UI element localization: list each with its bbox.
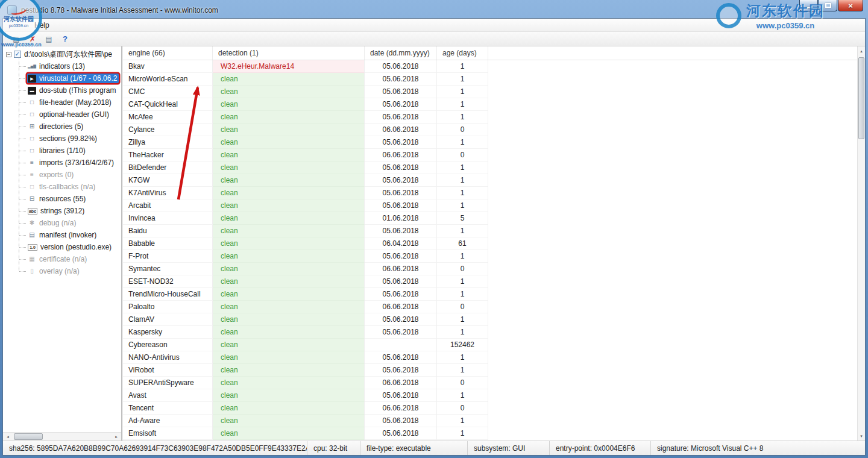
- tree-horizontal-scrollbar[interactable]: ◂ ▸: [3, 432, 121, 441]
- age-cell: 1: [437, 415, 488, 427]
- detection-cell: clean: [213, 174, 365, 187]
- table-row[interactable]: CMC clean 05.06.2018 1: [123, 86, 857, 98]
- tree-item[interactable]: ▯ overlay (n/a): [3, 265, 121, 277]
- table-row[interactable]: Cybereason clean 152462: [123, 339, 857, 351]
- table-row[interactable]: Paloalto clean 06.06.2018 0: [123, 301, 857, 313]
- tree-root-item[interactable]: − ✓ d:\tools\桌面\河东软件园\pe: [3, 48, 121, 60]
- tree-item[interactable]: ≡ imports (373/16/4/2/67): [3, 157, 121, 169]
- engine-cell: CMC: [123, 86, 213, 98]
- table-row[interactable]: McAfee clean 05.06.2018 1: [123, 111, 857, 124]
- tree-items: ▂▅▇ indicators (13) ▶ virustotal (1/67 -…: [3, 60, 121, 277]
- engine-cell: Cylance: [123, 124, 213, 136]
- detection-cell: clean: [213, 263, 365, 275]
- table-row[interactable]: F-Prot clean 05.06.2018 1: [123, 250, 857, 263]
- tree-item[interactable]: ▶ virustotal (1/67 - 06.06.2: [3, 72, 121, 84]
- table-row[interactable]: Arcabit clean 05.06.2018 1: [123, 199, 857, 212]
- table-row[interactable]: Invincea clean 01.06.2018 5: [123, 212, 857, 225]
- table-row[interactable]: ClamAV clean 05.06.2018 1: [123, 313, 857, 326]
- table-row[interactable]: Kaspersky clean 05.06.2018 1: [123, 326, 857, 339]
- age-cell: 1: [437, 162, 488, 174]
- table-row[interactable]: K7AntiVirus clean 05.06.2018 1: [123, 187, 857, 199]
- tree-item[interactable]: ▦ certificate (n/a): [3, 253, 121, 265]
- table-row[interactable]: ViRobot clean 05.06.2018 1: [123, 364, 857, 377]
- report-icon[interactable]: ▤: [43, 33, 55, 45]
- age-cell: 1: [437, 98, 488, 111]
- column-header-date[interactable]: date (dd.mm.yyyy): [365, 46, 437, 60]
- table-row[interactable]: MicroWorld-eScan clean 05.06.2018 1: [123, 73, 857, 86]
- table-row[interactable]: K7GW clean 05.06.2018 1: [123, 174, 857, 187]
- table-row[interactable]: NANO-Antivirus clean 05.06.2018 1: [123, 351, 857, 364]
- table-row[interactable]: CAT-QuickHeal clean 05.06.2018 1: [123, 98, 857, 111]
- table-row[interactable]: Zillya clean 05.06.2018 1: [123, 136, 857, 149]
- date-cell: 01.06.2018: [365, 212, 437, 225]
- table-row[interactable]: SUPERAntiSpyware clean 06.06.2018 0: [123, 377, 857, 389]
- date-cell: 05.06.2018: [365, 250, 437, 263]
- scroll-left-icon[interactable]: ◂: [3, 433, 13, 441]
- main-area: − ✓ d:\tools\桌面\河东软件园\pe ▂▅▇ indicators …: [3, 46, 865, 441]
- scroll-right-icon[interactable]: ▸: [112, 433, 121, 441]
- detection-cell: clean: [213, 275, 365, 288]
- close-button[interactable]: ×: [838, 0, 863, 11]
- table-body: Bkav W32.eHeur.Malware14 05.06.2018 1 Mi…: [123, 60, 857, 441]
- menu-item-help[interactable]: Help: [30, 20, 54, 31]
- table-row[interactable]: Emsisoft clean 05.06.2018 1: [123, 427, 857, 440]
- scrollbar-track[interactable]: [13, 433, 112, 441]
- open-icon[interactable]: ▨: [10, 33, 22, 45]
- table-row[interactable]: Babable clean 06.04.2018 61: [123, 237, 857, 250]
- window-title: pestudio 8.78 - Malware Initial Assessme…: [21, 6, 218, 14]
- delete-icon[interactable]: ✗: [27, 33, 39, 45]
- tree-item[interactable]: □ tls-callbacks (n/a): [3, 181, 121, 193]
- scroll-up-icon[interactable]: ▴: [858, 46, 865, 55]
- table-row[interactable]: Cylance clean 06.06.2018 0: [123, 124, 857, 136]
- tree-item-label: tls-callbacks (n/a): [39, 183, 95, 191]
- scrollbar-thumb[interactable]: [858, 57, 864, 139]
- virustotal-icon: ▶: [28, 75, 36, 83]
- table-row[interactable]: Avast clean 05.06.2018 1: [123, 389, 857, 402]
- table-row[interactable]: TrendMicro-HouseCall clean 05.06.2018 1: [123, 288, 857, 301]
- minimize-button[interactable]: [799, 0, 818, 11]
- column-header-age[interactable]: age (days): [437, 46, 488, 60]
- titlebar[interactable]: pestudio 8.78 - Malware Initial Assessme…: [0, 0, 868, 18]
- tree-item[interactable]: ⊟ resources (55): [3, 193, 121, 205]
- table-row[interactable]: Ad-Aware clean 05.06.2018 1: [123, 415, 857, 427]
- tree-item-label: exports (0): [39, 171, 74, 179]
- tree-item[interactable]: □ sections (99.82%): [3, 133, 121, 145]
- tree-item[interactable]: ✱ debug (n/a): [3, 217, 121, 229]
- collapse-expander-icon[interactable]: −: [6, 52, 11, 57]
- root-checkbox[interactable]: ✓: [14, 51, 21, 58]
- table-row[interactable]: Bkav W32.eHeur.Malware14 05.06.2018 1: [123, 60, 857, 73]
- column-header-detection[interactable]: detection (1): [213, 46, 365, 60]
- engine-cell: Babable: [123, 237, 213, 250]
- maximize-button[interactable]: [819, 0, 837, 11]
- tree-item[interactable]: ▂▅▇ indicators (13): [3, 60, 121, 72]
- table-row[interactable]: Baidu clean 05.06.2018 1: [123, 225, 857, 237]
- column-header-engine[interactable]: engine (66): [123, 46, 213, 60]
- date-cell: 05.06.2018: [365, 351, 437, 364]
- tree-item[interactable]: □ libraries (1/10): [3, 145, 121, 157]
- scrollbar-thumb[interactable]: [14, 433, 43, 440]
- table-row[interactable]: Tencent clean 06.06.2018 0: [123, 402, 857, 415]
- age-cell: 152462: [437, 339, 488, 351]
- tree-item[interactable]: ▤ manifest (invoker): [3, 229, 121, 241]
- tree-item[interactable]: ▬ dos-stub (!This program: [3, 84, 121, 96]
- tree-item-label: indicators (13): [39, 62, 85, 71]
- scroll-down-icon[interactable]: ▾: [858, 431, 865, 441]
- date-cell: 05.06.2018: [365, 288, 437, 301]
- date-cell: 05.06.2018: [365, 111, 437, 124]
- engine-cell: BitDefender: [123, 162, 213, 174]
- table-row[interactable]: ESET-NOD32 clean 05.06.2018 1: [123, 275, 857, 288]
- indicators-icon: ▂▅▇: [28, 63, 36, 71]
- tree-item[interactable]: 1.0 version (pestudio.exe): [3, 241, 121, 253]
- table-vertical-scrollbar[interactable]: ▴ ▾: [857, 46, 865, 441]
- table-row[interactable]: Symantec clean 06.06.2018 0: [123, 263, 857, 275]
- detection-cell: clean: [213, 73, 365, 86]
- detection-cell: clean: [213, 212, 365, 225]
- tree-item[interactable]: ⊞ directories (5): [3, 121, 121, 133]
- tree-item[interactable]: ≡ exports (0): [3, 169, 121, 181]
- tree-item[interactable]: □ optional-header (GUI): [3, 108, 121, 121]
- tree-item[interactable]: □ file-header (May.2018): [3, 96, 121, 108]
- table-row[interactable]: BitDefender clean 05.06.2018 1: [123, 162, 857, 174]
- tree-item[interactable]: abc strings (3912): [3, 205, 121, 217]
- help-icon[interactable]: ?: [59, 33, 71, 45]
- table-row[interactable]: TheHacker clean 06.06.2018 0: [123, 149, 857, 162]
